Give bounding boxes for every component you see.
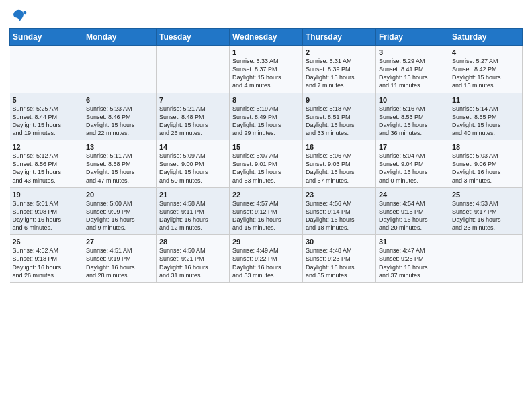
day-info: Sunrise: 4:57 AM Sunset: 9:12 PM Dayligh… [232,199,300,232]
day-cell: 16Sunrise: 5:06 AM Sunset: 9:03 PM Dayli… [303,140,376,188]
day-number: 4 [452,48,519,56]
day-cell [83,46,157,93]
day-cell: 12Sunrise: 5:12 AM Sunset: 8:56 PM Dayli… [10,140,83,188]
header-cell-wednesday: Wednesday [230,29,303,46]
day-cell: 30Sunrise: 4:48 AM Sunset: 9:23 PM Dayli… [303,235,376,283]
day-info: Sunrise: 5:25 AM Sunset: 8:44 PM Dayligh… [13,105,81,138]
day-number: 1 [232,48,300,56]
day-info: Sunrise: 4:51 AM Sunset: 9:19 PM Dayligh… [86,246,153,279]
day-number: 13 [86,143,153,151]
day-info: Sunrise: 4:50 AM Sunset: 9:21 PM Dayligh… [159,246,226,279]
day-number: 5 [13,96,81,104]
day-number: 9 [306,96,373,104]
day-cell: 6Sunrise: 5:23 AM Sunset: 8:46 PM Daylig… [83,93,157,140]
day-info: Sunrise: 5:23 AM Sunset: 8:46 PM Dayligh… [86,105,153,138]
day-number: 11 [452,96,519,104]
day-cell: 26Sunrise: 4:52 AM Sunset: 9:18 PM Dayli… [10,235,83,283]
day-cell: 3Sunrise: 5:29 AM Sunset: 8:41 PM Daylig… [376,46,449,93]
day-cell: 5Sunrise: 5:25 AM Sunset: 8:44 PM Daylig… [10,93,83,140]
day-info: Sunrise: 5:01 AM Sunset: 9:08 PM Dayligh… [13,199,81,232]
day-cell: 7Sunrise: 5:21 AM Sunset: 8:48 PM Daylig… [157,93,230,140]
day-cell: 4Sunrise: 5:27 AM Sunset: 8:42 PM Daylig… [449,46,523,93]
day-cell: 25Sunrise: 4:53 AM Sunset: 9:17 PM Dayli… [449,187,523,235]
day-cell: 27Sunrise: 4:51 AM Sunset: 9:19 PM Dayli… [83,235,157,283]
day-info: Sunrise: 4:49 AM Sunset: 9:22 PM Dayligh… [232,246,300,279]
day-number: 30 [306,238,373,246]
day-info: Sunrise: 5:21 AM Sunset: 8:48 PM Dayligh… [159,105,226,138]
day-number: 26 [13,238,81,246]
day-number: 22 [232,191,300,199]
day-info: Sunrise: 5:11 AM Sunset: 8:58 PM Dayligh… [86,152,153,185]
day-info: Sunrise: 5:14 AM Sunset: 8:55 PM Dayligh… [452,105,519,138]
day-info: Sunrise: 4:48 AM Sunset: 9:23 PM Dayligh… [306,246,373,279]
day-number: 10 [379,96,446,104]
day-cell [449,235,523,283]
day-number: 12 [13,143,81,151]
day-cell: 22Sunrise: 4:57 AM Sunset: 9:12 PM Dayli… [230,187,303,235]
day-info: Sunrise: 4:47 AM Sunset: 9:25 PM Dayligh… [379,246,446,279]
logo [9,7,31,26]
day-cell: 17Sunrise: 5:04 AM Sunset: 9:04 PM Dayli… [376,140,449,188]
day-cell: 18Sunrise: 5:03 AM Sunset: 9:06 PM Dayli… [449,140,523,188]
day-cell: 20Sunrise: 5:00 AM Sunset: 9:09 PM Dayli… [83,187,157,235]
day-number: 16 [306,143,373,151]
day-info: Sunrise: 4:54 AM Sunset: 9:15 PM Dayligh… [379,199,446,232]
day-info: Sunrise: 5:04 AM Sunset: 9:04 PM Dayligh… [379,152,446,185]
day-info: Sunrise: 5:27 AM Sunset: 8:42 PM Dayligh… [452,57,519,90]
day-cell: 10Sunrise: 5:16 AM Sunset: 8:53 PM Dayli… [376,93,449,140]
day-number: 6 [86,96,153,104]
day-info: Sunrise: 5:19 AM Sunset: 8:49 PM Dayligh… [232,105,300,138]
day-number: 31 [379,238,446,246]
day-info: Sunrise: 5:06 AM Sunset: 9:03 PM Dayligh… [306,152,373,185]
day-cell: 13Sunrise: 5:11 AM Sunset: 8:58 PM Dayli… [83,140,157,188]
header-cell-friday: Friday [376,29,449,46]
day-cell: 11Sunrise: 5:14 AM Sunset: 8:55 PM Dayli… [449,93,523,140]
day-number: 14 [159,143,226,151]
day-info: Sunrise: 5:18 AM Sunset: 8:51 PM Dayligh… [306,105,373,138]
day-cell: 23Sunrise: 4:56 AM Sunset: 9:14 PM Dayli… [303,187,376,235]
day-number: 19 [13,191,81,199]
day-info: Sunrise: 4:56 AM Sunset: 9:14 PM Dayligh… [306,199,373,232]
day-info: Sunrise: 5:31 AM Sunset: 8:39 PM Dayligh… [306,57,373,90]
day-cell: 2Sunrise: 5:31 AM Sunset: 8:39 PM Daylig… [303,46,376,93]
day-number: 2 [306,48,373,56]
header-cell-tuesday: Tuesday [157,29,230,46]
day-info: Sunrise: 5:09 AM Sunset: 9:00 PM Dayligh… [159,152,226,185]
day-info: Sunrise: 5:07 AM Sunset: 9:01 PM Dayligh… [232,152,300,185]
header-cell-saturday: Saturday [449,29,523,46]
logo-icon [9,7,28,26]
week-row-1: 1Sunrise: 5:33 AM Sunset: 8:37 PM Daylig… [10,46,523,93]
day-cell [10,46,83,93]
day-cell: 14Sunrise: 5:09 AM Sunset: 9:00 PM Dayli… [157,140,230,188]
day-info: Sunrise: 5:12 AM Sunset: 8:56 PM Dayligh… [13,152,81,185]
week-row-4: 19Sunrise: 5:01 AM Sunset: 9:08 PM Dayli… [10,187,523,235]
day-info: Sunrise: 5:03 AM Sunset: 9:06 PM Dayligh… [452,152,519,185]
header-cell-thursday: Thursday [303,29,376,46]
day-info: Sunrise: 5:00 AM Sunset: 9:09 PM Dayligh… [86,199,153,232]
day-number: 7 [159,96,226,104]
day-cell: 19Sunrise: 5:01 AM Sunset: 9:08 PM Dayli… [10,187,83,235]
calendar-table: SundayMondayTuesdayWednesdayThursdayFrid… [9,28,523,283]
day-cell: 15Sunrise: 5:07 AM Sunset: 9:01 PM Dayli… [230,140,303,188]
day-number: 24 [379,191,446,199]
day-number: 17 [379,143,446,151]
day-number: 23 [306,191,373,199]
day-number: 15 [232,143,300,151]
page: SundayMondayTuesdayWednesdayThursdayFrid… [0,0,532,411]
day-number: 21 [159,191,226,199]
day-number: 25 [452,191,519,199]
day-number: 3 [379,48,446,56]
day-info: Sunrise: 4:53 AM Sunset: 9:17 PM Dayligh… [452,199,519,232]
week-row-2: 5Sunrise: 5:25 AM Sunset: 8:44 PM Daylig… [10,93,523,140]
day-cell: 9Sunrise: 5:18 AM Sunset: 8:51 PM Daylig… [303,93,376,140]
day-info: Sunrise: 4:52 AM Sunset: 9:18 PM Dayligh… [13,246,81,279]
day-cell: 28Sunrise: 4:50 AM Sunset: 9:21 PM Dayli… [157,235,230,283]
day-cell: 8Sunrise: 5:19 AM Sunset: 8:49 PM Daylig… [230,93,303,140]
day-number: 20 [86,191,153,199]
day-number: 29 [232,238,300,246]
week-row-5: 26Sunrise: 4:52 AM Sunset: 9:18 PM Dayli… [10,235,523,283]
day-number: 28 [159,238,226,246]
day-number: 27 [86,238,153,246]
day-cell: 1Sunrise: 5:33 AM Sunset: 8:37 PM Daylig… [230,46,303,93]
day-number: 18 [452,143,519,151]
